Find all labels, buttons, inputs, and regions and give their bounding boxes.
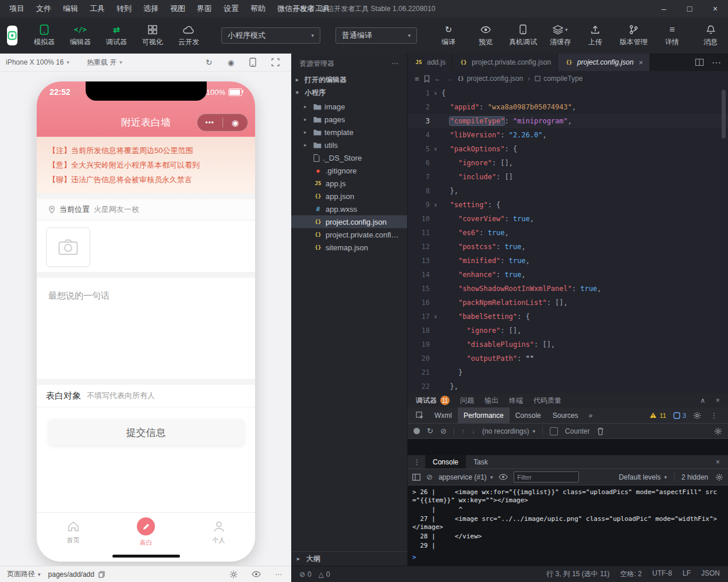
clear-icon[interactable]: ⊘ <box>440 427 447 435</box>
perf-settings-gear-icon[interactable] <box>714 427 722 435</box>
eye-icon[interactable] <box>499 474 508 480</box>
device-selector[interactable]: iPhone X 100% 16▾ <box>6 58 69 66</box>
console-sidebar-icon[interactable] <box>412 474 420 481</box>
fold-icon[interactable]: ∨ <box>430 142 441 156</box>
toolbar-cloud-button[interactable]: 云开发 <box>171 24 206 47</box>
close-tab-icon[interactable]: × <box>639 58 644 67</box>
devtools-tab[interactable]: Sources <box>547 407 584 423</box>
devtools-tab[interactable]: Console <box>510 407 547 423</box>
tree-item[interactable]: ◆.gitignore <box>291 164 407 177</box>
filter-input[interactable] <box>514 471 579 482</box>
drawer-tab[interactable]: Task <box>466 455 496 469</box>
more-icon[interactable]: ⋯ <box>712 57 721 68</box>
code-line[interactable]: 16 "packNpmRelationList": [], <box>408 296 728 310</box>
drawer-tab[interactable]: Console <box>425 455 466 469</box>
code-line[interactable]: 4 "libVersion": "2.26.0", <box>408 128 728 142</box>
record-icon[interactable]: ◉ <box>228 59 234 66</box>
toolbar-details-button[interactable]: ≡详情 <box>655 24 690 47</box>
refresh-icon[interactable]: ↻ <box>206 58 213 66</box>
menu-item[interactable]: 项目 <box>3 3 30 14</box>
split-editor-icon[interactable] <box>695 59 704 66</box>
menu-item[interactable]: 编辑 <box>57 3 84 14</box>
tree-item[interactable]: {}project.config.json <box>291 215 407 228</box>
breadcrumb-symbol[interactable]: compileType <box>535 74 582 83</box>
tree-item[interactable]: {}project.private.config.js… <box>291 228 407 241</box>
code-line[interactable]: 7 "include": [] <box>408 170 728 184</box>
console-prompt[interactable]: > <box>412 553 723 562</box>
problems-summary[interactable]: ⊘0 △0 <box>299 570 408 579</box>
debug-tab[interactable]: 问题 <box>460 396 474 406</box>
project-avatar[interactable] <box>7 26 17 45</box>
back-icon[interactable]: ← <box>434 74 441 83</box>
submit-button[interactable]: 提交信息 <box>48 419 245 446</box>
code-line[interactable]: 19 "disablePlugins": [], <box>408 338 728 352</box>
clear-console-icon[interactable]: ⊘ <box>426 473 433 481</box>
code-line[interactable]: 13 "minified": true, <box>408 254 728 268</box>
miniapp-tab-profile[interactable]: 个人 <box>182 513 255 562</box>
code-line[interactable]: 12 "postcss": true, <box>408 240 728 254</box>
miniapp-tab-home[interactable]: 首页 <box>37 513 109 562</box>
toolbar-messages-button[interactable]: 消息 <box>693 24 728 47</box>
code-line[interactable]: 20 "outputPath": "" <box>408 352 728 365</box>
compile-dropdown[interactable]: 普通编译 ▾ <box>335 27 417 44</box>
record-button[interactable] <box>414 428 420 434</box>
context-dropdown[interactable]: appservice (#1) ▾ <box>439 473 493 481</box>
breadcrumb-file[interactable]: {} project.config.json <box>458 74 524 83</box>
devtools-tab[interactable]: Performance <box>458 407 510 423</box>
devtools-tab[interactable]: Wxml <box>429 407 458 423</box>
more-icon[interactable]: ⋯ <box>391 59 399 68</box>
menu-item[interactable]: 设置 <box>218 3 245 14</box>
editor-scrollbar[interactable] <box>722 90 726 139</box>
console-output[interactable]: > 26 | <image wx:for="{{imglist}}" class… <box>408 485 728 566</box>
copy-path-icon[interactable] <box>98 571 105 578</box>
counter-checkbox[interactable] <box>550 427 558 435</box>
menu-item[interactable]: 工具 <box>84 3 111 14</box>
kebab-menu-icon[interactable]: ⋮ <box>411 458 423 466</box>
forward-icon[interactable]: → <box>446 74 453 83</box>
close-drawer-icon[interactable]: × <box>716 458 725 466</box>
editor-tab[interactable]: {}project.config.json× <box>558 54 650 71</box>
more-icon[interactable]: ⋯ <box>275 570 282 579</box>
code-line[interactable]: 17∨ "babelSetting": { <box>408 310 728 324</box>
code-line[interactable]: 6 "ignore": [], <box>408 156 728 170</box>
toolbar-real-device-button[interactable]: 真机调试 <box>506 24 540 47</box>
menu-item[interactable]: 界面 <box>191 3 218 14</box>
toolbar-debugger-button[interactable]: ⇄调试器 <box>99 24 134 47</box>
debug-tab[interactable]: 终端 <box>509 396 523 406</box>
theme-icon[interactable] <box>229 570 238 579</box>
issue-count[interactable]: 3 <box>673 412 686 419</box>
code-line[interactable]: 5∨ "packOptions": { <box>408 142 728 156</box>
trash-icon[interactable] <box>597 427 604 435</box>
tree-item[interactable]: {}sitemap.json <box>291 241 407 254</box>
outline-section[interactable]: ▸ 大纲 <box>291 551 407 566</box>
screenshot-icon[interactable] <box>271 58 280 66</box>
code-line[interactable]: 15 "showShadowRootInWxmlPanel": true, <box>408 282 728 296</box>
code-line[interactable]: 18 "ignore": [], <box>408 324 728 338</box>
location-row[interactable]: 当前位置 火星网友一枚 <box>37 199 255 221</box>
minimize-icon[interactable]: – <box>651 4 677 13</box>
code-line[interactable]: 21 } <box>408 365 728 379</box>
bookmark-icon[interactable] <box>424 75 430 83</box>
code-line[interactable]: 3 "compileType": "miniprogram", <box>408 114 728 128</box>
close-panel-icon[interactable]: × <box>716 396 720 404</box>
tree-item[interactable]: ▸pages <box>291 113 407 126</box>
eye-icon[interactable] <box>252 571 261 577</box>
menu-item[interactable]: 转到 <box>111 3 137 14</box>
kebab-menu-icon[interactable]: ⋮ <box>708 411 720 420</box>
code-line[interactable]: 1∨{ <box>408 86 728 100</box>
mode-dropdown[interactable]: 小程序模式 ▾ <box>221 27 320 44</box>
cursor-position[interactable]: 行 3, 列 15 (选中 11) <box>546 569 609 579</box>
fold-icon[interactable]: ∨ <box>430 198 441 212</box>
toolbar-upload-button[interactable]: 上传 <box>578 24 613 47</box>
tree-item[interactable]: ▸template <box>291 126 407 139</box>
code-line[interactable]: 14 "enhance": true, <box>408 268 728 282</box>
toolbar-compile-button[interactable]: ↻编译 <box>431 24 466 47</box>
debug-tab[interactable]: 输出 <box>485 396 499 406</box>
tree-item[interactable]: #app.wxss <box>291 203 407 215</box>
recordings-dropdown[interactable]: (no recordings) ▾ <box>482 427 535 435</box>
toolbar-version-control-button[interactable]: 版本管理 <box>616 24 651 47</box>
console-settings-gear-icon[interactable] <box>715 473 723 481</box>
indentation-setting[interactable]: 空格: 2 <box>620 569 642 579</box>
toolbar-visualizer-button[interactable]: 可视化 <box>135 24 170 47</box>
toolbar-editor-button[interactable]: </>编辑器 <box>63 24 98 47</box>
